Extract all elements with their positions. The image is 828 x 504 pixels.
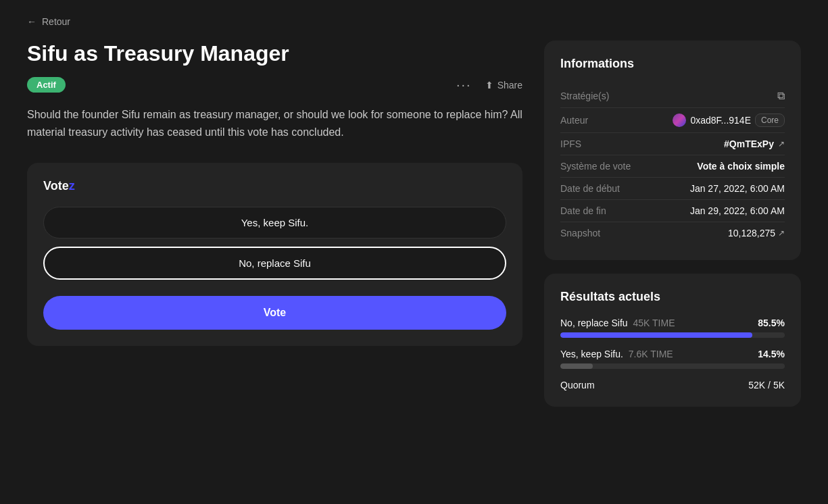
core-badge: Core [755, 114, 785, 127]
strategies-icon[interactable]: ⧉ [777, 90, 785, 102]
author-address: 0xad8F...914E [690, 115, 751, 126]
result-item-yes: Yes, keep Sifu. 7.6K TIME 14.5% [560, 349, 785, 369]
info-value-snapshot: 10,128,275 ↗ [728, 228, 785, 238]
info-label-author: Auteur [560, 115, 588, 126]
info-row-vote-system: Système de vote Vote à choix simple [560, 155, 785, 178]
results-title: Résultats actuels [560, 290, 785, 304]
result-pct-yes: 14.5% [758, 349, 785, 359]
info-row-snapshot: Snapshot 10,128,275 ↗ [560, 222, 785, 244]
result-header-no: No, replace Sifu 45K TIME 85.5% [560, 318, 785, 328]
info-value-author: 0xad8F...914E Core [673, 114, 785, 127]
main-layout: Sifu as Treasury Manager Actif ··· ⬆ Sha… [27, 41, 801, 407]
share-button[interactable]: ⬆ Share [485, 80, 522, 91]
result-pct-no: 85.5% [758, 318, 785, 328]
back-label: Retour [42, 16, 70, 27]
vote-option-yes[interactable]: Yes, keep Sifu. [43, 207, 506, 238]
info-label-start-date: Date de début [560, 183, 620, 194]
info-row-author: Auteur 0xad8F...914E Core [560, 108, 785, 133]
progress-bar-bg-no [560, 332, 785, 338]
vote-section-title: Votez [43, 179, 506, 193]
result-header-yes: Yes, keep Sifu. 7.6K TIME 14.5% [560, 349, 785, 359]
share-icon: ⬆ [485, 80, 493, 91]
page-title: Sifu as Treasury Manager [27, 41, 522, 66]
quorum-row: Quorum 52K / 5K [560, 380, 785, 390]
info-value-start-date: Jan 27, 2022, 6:00 AM [690, 183, 785, 194]
info-label-ipfs: IPFS [560, 138, 581, 149]
proposal-description: Should the founder Sifu remain as treasu… [27, 106, 522, 141]
info-card: Informations Stratégie(s) ⧉ Auteur 0xad8… [544, 41, 801, 260]
result-amount-no: 45K TIME [633, 318, 675, 328]
result-item-no: No, replace Sifu 45K TIME 85.5% [560, 318, 785, 338]
result-label-no-text: No, replace Sifu [560, 318, 628, 328]
right-column: Informations Stratégie(s) ⧉ Auteur 0xad8… [544, 41, 801, 407]
share-label: Share [497, 80, 522, 91]
snapshot-external-icon: ↗ [778, 228, 785, 238]
result-amount-yes: 7.6K TIME [629, 349, 673, 359]
quorum-value: 52K / 5K [748, 380, 785, 390]
progress-bar-bg-yes [560, 363, 785, 369]
info-row-ipfs: IPFS #QmTExPy ↗ [560, 133, 785, 155]
info-label-snapshot: Snapshot [560, 228, 600, 238]
vote-system-value: Vote à choix simple [697, 161, 785, 172]
info-row-strategies: Stratégie(s) ⧉ [560, 84, 785, 108]
status-badge: Actif [27, 77, 66, 93]
info-value-vote-system: Vote à choix simple [697, 161, 785, 172]
info-label-end-date: Date de fin [560, 205, 606, 216]
result-label-no: No, replace Sifu 45K TIME [560, 318, 675, 328]
info-value-ipfs: #QmTExPy ↗ [724, 138, 785, 149]
info-row-start-date: Date de début Jan 27, 2022, 6:00 AM [560, 178, 785, 200]
results-card: Résultats actuels No, replace Sifu 45K T… [544, 274, 801, 407]
snapshot-number: 10,128,275 [728, 228, 775, 238]
info-label-vote-system: Système de vote [560, 161, 631, 172]
title-meta: Actif ··· ⬆ Share [27, 77, 522, 93]
info-label-strategies: Stratégie(s) [560, 91, 609, 101]
left-column: Sifu as Treasury Manager Actif ··· ⬆ Sha… [27, 41, 522, 346]
result-label-yes-text: Yes, keep Sifu. [560, 349, 623, 359]
author-avatar [673, 114, 686, 127]
more-button[interactable]: ··· [456, 77, 472, 93]
vote-options: Yes, keep Sifu. No, replace Sifu [43, 207, 506, 280]
back-arrow: ← [27, 16, 36, 27]
back-link[interactable]: ← Retour [27, 16, 801, 27]
info-card-title: Informations [560, 57, 785, 71]
meta-actions: ··· ⬆ Share [456, 77, 522, 93]
vote-submit-button[interactable]: Vote [43, 296, 506, 330]
info-row-end-date: Date de fin Jan 29, 2022, 6:00 AM [560, 200, 785, 222]
progress-bar-fill-yes [560, 363, 593, 369]
vote-section: Votez Yes, keep Sifu. No, replace Sifu V… [27, 163, 522, 346]
vote-option-no[interactable]: No, replace Sifu [43, 247, 506, 280]
ipfs-external-icon: ↗ [778, 139, 785, 149]
ipfs-link[interactable]: #QmTExPy [724, 138, 774, 149]
quorum-label: Quorum [560, 380, 595, 390]
info-value-end-date: Jan 29, 2022, 6:00 AM [690, 205, 785, 216]
result-label-yes: Yes, keep Sifu. 7.6K TIME [560, 349, 673, 359]
progress-bar-fill-no [560, 332, 752, 338]
